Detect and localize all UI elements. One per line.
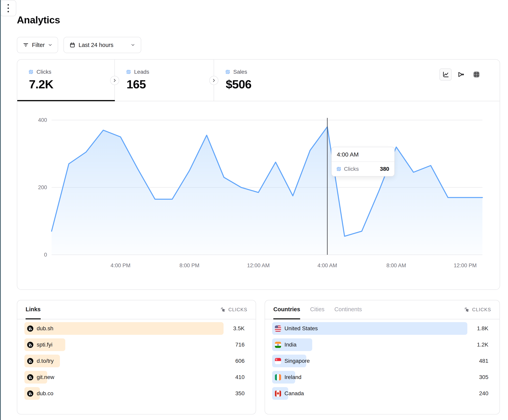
tab-links[interactable]: Links [26, 300, 41, 319]
link-label: dub.sh [37, 325, 53, 332]
svg-text:12:00 PM: 12:00 PM [454, 262, 477, 268]
funnel-view-button[interactable] [455, 68, 467, 81]
active-stat-underline [17, 100, 115, 101]
line-chart-icon [442, 71, 449, 78]
dub-logo-icon [27, 326, 33, 332]
country-value: 305 [471, 374, 488, 380]
tab-cities[interactable]: Cities [310, 300, 325, 319]
country-label: United States [284, 325, 318, 332]
dub-logo-icon [27, 374, 33, 380]
country-label: Singapore [284, 358, 310, 364]
country-value: 240 [471, 390, 488, 397]
table-view-button[interactable] [470, 68, 483, 81]
analytics-card: Clicks 7.2K Leads 165 Sales $506 [17, 59, 500, 290]
svg-text:0: 0 [44, 252, 47, 258]
stat-label: Clicks [37, 69, 51, 75]
links-tab-label: Links [26, 306, 41, 313]
metric-label: CLICKS [228, 307, 247, 312]
expand-leads-button[interactable] [110, 76, 119, 85]
link-row[interactable]: d.to/try 606 [24, 355, 245, 367]
svg-text:200: 200 [38, 184, 47, 190]
country-row[interactable]: United States 1.8K [272, 322, 488, 335]
link-row[interactable]: dub.sh 3.5K [24, 322, 245, 335]
grid-table-icon [473, 71, 480, 78]
country-row[interactable]: Canada 240 [272, 387, 488, 400]
funnel-icon [457, 71, 464, 78]
link-label: git.new [37, 374, 54, 380]
svg-text:12:00 AM: 12:00 AM [247, 262, 270, 268]
tooltip-series-label: Clicks [344, 166, 377, 172]
stat-value: 7.2K [29, 78, 114, 91]
link-value: 410 [227, 374, 245, 380]
date-range-label: Last 24 hours [79, 42, 113, 48]
country-label: India [284, 341, 297, 348]
link-row[interactable]: dub.co 350 [24, 387, 245, 400]
more-options-button[interactable] [0, 0, 16, 16]
area-chart-canvas: 0200400 4:00 PM8:00 PM12:00 AM4:00 AM8:0… [17, 101, 500, 290]
link-value: 716 [227, 341, 245, 348]
stat-card-clicks[interactable]: Clicks 7.2K [17, 60, 115, 101]
india-flag-icon [275, 342, 281, 348]
countries-panel: Countries Cities Continents CLICKS [265, 300, 500, 414]
dub-logo-icon [27, 391, 33, 397]
sales-series-marker [226, 70, 230, 74]
dub-logo-icon [27, 358, 33, 364]
country-row[interactable]: India 1.2K [272, 338, 488, 351]
line-chart-view-button[interactable] [439, 68, 452, 81]
link-row[interactable]: spti.fyi 716 [24, 338, 245, 351]
stat-label: Leads [134, 69, 149, 75]
country-row[interactable]: Singapore 481 [272, 355, 488, 367]
link-label: d.to/try [37, 358, 54, 364]
leads-series-marker [127, 70, 131, 74]
canada-flag-icon [275, 391, 281, 397]
tab-countries[interactable]: Countries [273, 300, 300, 319]
stat-label: Sales [233, 69, 247, 75]
cursor-click-icon [464, 307, 470, 312]
tooltip-value: 380 [380, 166, 389, 172]
filter-button-label: Filter [32, 42, 45, 48]
svg-text:8:00 PM: 8:00 PM [179, 262, 200, 268]
chart-view-switcher [439, 68, 483, 81]
analytics-page: Analytics Filter Last 24 hours [0, 0, 508, 420]
expand-sales-button[interactable] [209, 76, 218, 85]
singapore-flag-icon [275, 358, 281, 364]
svg-text:4:00 AM: 4:00 AM [318, 262, 337, 268]
us-flag-icon [275, 326, 281, 332]
stats-row: Clicks 7.2K Leads 165 Sales $506 [17, 60, 500, 101]
link-label: spti.fyi [37, 341, 52, 348]
tooltip-time: 4:00 AM [332, 147, 394, 162]
link-value: 3.5K [227, 325, 245, 332]
calendar-icon [69, 42, 75, 48]
svg-text:8:00 AM: 8:00 AM [386, 262, 406, 268]
link-row[interactable]: git.new 410 [24, 371, 245, 384]
chevron-down-icon [48, 43, 52, 47]
link-label: dub.co [37, 390, 53, 397]
countries-list: United States 1.8K India 1.2K [265, 319, 500, 400]
links-panel: Links CLICKS [17, 300, 256, 414]
chevron-down-icon [131, 43, 135, 47]
links-list: dub.sh 3.5K spti.fyi 716 [17, 319, 256, 400]
continents-tab-label: Continents [335, 306, 362, 313]
svg-text:400: 400 [38, 117, 47, 123]
dub-logo-icon [27, 342, 33, 348]
country-value: 1.8K [471, 325, 488, 332]
links-metric-selector[interactable]: CLICKS [220, 307, 247, 312]
stat-card-leads[interactable]: Leads 165 [115, 60, 214, 101]
country-label: Canada [284, 390, 304, 397]
countries-tab-label: Countries [273, 306, 300, 313]
filter-button[interactable]: Filter [17, 37, 58, 53]
page-title: Analytics [17, 14, 60, 26]
tab-continents[interactable]: Continents [335, 300, 362, 319]
link-value: 606 [227, 358, 245, 364]
window-edge [0, 0, 1, 420]
countries-metric-selector[interactable]: CLICKS [464, 307, 491, 312]
date-range-selector[interactable]: Last 24 hours [63, 37, 141, 53]
cities-tab-label: Cities [310, 306, 325, 313]
chart-tooltip: 4:00 AM Clicks 380 [331, 147, 395, 176]
link-value: 350 [227, 390, 245, 397]
country-row[interactable]: Ireland 305 [272, 371, 488, 384]
clicks-time-series-chart[interactable]: 0200400 4:00 PM8:00 PM12:00 AM4:00 AM8:0… [17, 101, 500, 290]
country-value: 1.2K [471, 341, 488, 348]
clicks-series-marker [337, 167, 341, 171]
country-value: 481 [471, 358, 488, 364]
